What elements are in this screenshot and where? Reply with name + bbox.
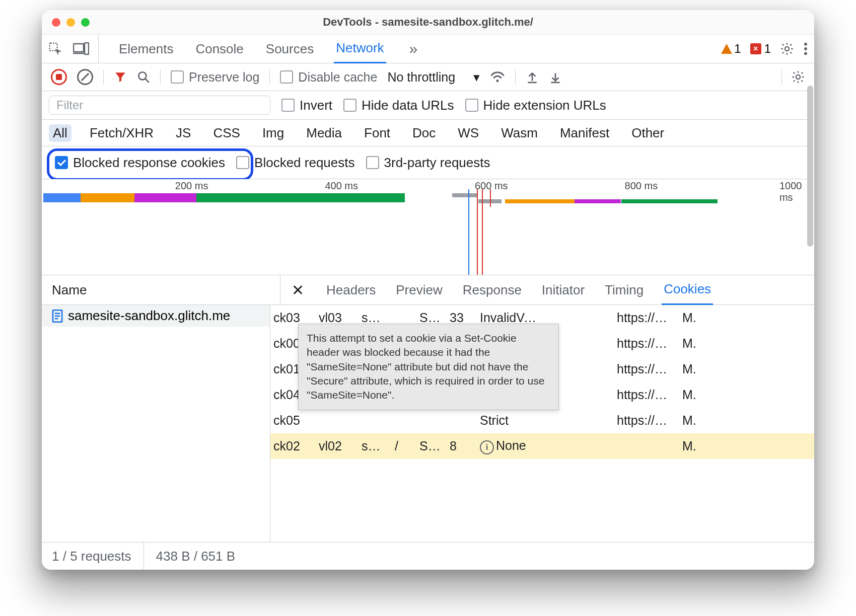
overview-marker <box>477 189 478 275</box>
type-pill[interactable]: Doc <box>408 124 440 142</box>
disable-cache-checkbox[interactable]: Disable cache <box>280 70 377 85</box>
cookie-cell: M. <box>679 336 705 351</box>
warnings-badge[interactable]: 1 <box>721 42 741 56</box>
overview-marker <box>468 189 469 275</box>
detail-tab-headers[interactable]: Headers <box>324 276 378 304</box>
cookie-cell: M. <box>679 413 705 428</box>
tick-label: 200 ms <box>175 180 208 192</box>
hide-data-urls-label: Hide data URLs <box>362 98 454 113</box>
type-pill[interactable]: All <box>49 124 72 142</box>
filter-funnel-icon[interactable] <box>114 70 127 84</box>
network-conditions-icon[interactable] <box>490 70 505 84</box>
name-column-header[interactable]: Name <box>42 275 280 304</box>
kebab-menu-icon[interactable] <box>803 42 808 56</box>
clear-button[interactable] <box>77 69 93 85</box>
overview-marker <box>482 189 483 275</box>
tab-network[interactable]: Network <box>334 34 386 63</box>
request-row[interactable]: samesite-sandbox.glitch.me <box>42 305 270 327</box>
overview-bar <box>81 193 134 202</box>
overview-bar <box>43 193 81 202</box>
scrollbar[interactable] <box>807 86 813 247</box>
type-pill[interactable]: JS <box>172 124 195 142</box>
blocked-response-cookies-checkbox[interactable]: Blocked response cookies <box>49 155 225 171</box>
type-pill[interactable]: Img <box>258 124 288 142</box>
blocked-requests-checkbox[interactable]: Blocked requests <box>236 155 354 171</box>
more-tabs-icon[interactable]: » <box>404 40 418 57</box>
overview-bar <box>505 199 575 203</box>
type-pill[interactable]: Media <box>302 124 346 142</box>
separator <box>781 69 782 85</box>
info-icon[interactable]: i <box>480 440 494 454</box>
cookie-cell: M. <box>679 362 705 376</box>
window-title: DevTools - samesite-sandbox.glitch.me/ <box>42 16 814 29</box>
search-icon[interactable] <box>137 70 150 84</box>
upload-har-icon[interactable] <box>526 70 539 84</box>
svg-point-4 <box>785 47 789 51</box>
preserve-log-checkbox[interactable]: Preserve log <box>171 70 259 85</box>
hide-data-urls-checkbox[interactable]: Hide data URLs <box>343 98 454 113</box>
type-pill[interactable]: WS <box>454 124 483 142</box>
minimize-window-button[interactable] <box>66 18 75 27</box>
cookie-cell: vl03 <box>316 311 359 325</box>
cookie-cell: ck03 <box>270 311 316 325</box>
detail-tab-preview[interactable]: Preview <box>394 276 444 304</box>
cookie-row[interactable]: ck02vl02s…/S…8iNoneM. <box>270 433 814 459</box>
overview-timeline[interactable]: 200 ms 400 ms 600 ms 800 ms 1000 ms <box>42 179 814 275</box>
detail-tab-initiator[interactable]: Initiator <box>540 276 587 304</box>
tab-sources[interactable]: Sources <box>264 35 316 63</box>
separator <box>160 69 161 85</box>
cookie-cell: S… <box>416 439 447 453</box>
detail-header: Name ✕ Headers Preview Response Initiato… <box>42 275 814 305</box>
type-pill[interactable]: Other <box>627 124 668 142</box>
cookie-row[interactable]: ck05Stricthttps://…M. <box>270 408 814 433</box>
fullscreen-window-button[interactable] <box>81 18 90 27</box>
device-toolbar-icon[interactable] <box>73 42 89 55</box>
network-settings-gear-icon[interactable] <box>791 70 805 84</box>
hide-extension-urls-checkbox[interactable]: Hide extension URLs <box>465 98 606 113</box>
requests-summary: 1 / 5 requests <box>52 543 144 570</box>
cookie-cell: https://… <box>614 336 679 351</box>
throttling-select[interactable]: No throttling▾ <box>387 70 480 85</box>
tick-label: 600 ms <box>475 180 508 192</box>
separator <box>103 69 104 85</box>
titlebar: DevTools - samesite-sandbox.glitch.me/ <box>42 10 814 35</box>
third-party-requests-checkbox[interactable]: 3rd-party requests <box>366 155 490 171</box>
type-pill[interactable]: Font <box>360 124 394 142</box>
close-detail-icon[interactable]: ✕ <box>288 281 308 299</box>
svg-line-9 <box>145 79 149 83</box>
overview-bar <box>134 193 196 202</box>
close-window-button[interactable] <box>52 18 60 27</box>
inspect-icon[interactable] <box>48 41 63 56</box>
error-square-icon: × <box>750 43 761 54</box>
type-pill[interactable]: CSS <box>209 124 244 142</box>
tick-label: 1000 ms <box>779 180 803 203</box>
request-name-label: samesite-sandbox.glitch.me <box>68 308 230 324</box>
cookie-cell: https://… <box>614 311 679 325</box>
type-pill[interactable]: Manifest <box>556 124 613 142</box>
resource-type-filter: All Fetch/XHR JS CSS Img Media Font Doc … <box>42 120 814 146</box>
overview-bar <box>196 193 405 202</box>
detail-tab-response[interactable]: Response <box>461 276 524 304</box>
cookie-cell: s… <box>359 311 392 325</box>
tab-elements[interactable]: Elements <box>117 35 175 63</box>
separator <box>515 69 516 85</box>
cookie-cell: / <box>392 439 416 453</box>
detail-tab-cookies[interactable]: Cookies <box>662 275 713 305</box>
filter-bar: Invert Hide data URLs Hide extension URL… <box>42 91 814 120</box>
record-button[interactable] <box>51 69 67 85</box>
cookie-cell: https://… <box>614 413 679 428</box>
cookie-cell: ck02 <box>270 439 316 453</box>
type-pill[interactable]: Wasm <box>497 124 542 142</box>
svg-point-10 <box>496 80 499 82</box>
detail-tab-timing[interactable]: Timing <box>603 276 646 304</box>
errors-badge[interactable]: ×1 <box>750 42 771 56</box>
invert-checkbox[interactable]: Invert <box>281 98 332 113</box>
tab-console[interactable]: Console <box>193 35 245 63</box>
svg-point-5 <box>804 43 807 46</box>
settings-gear-icon[interactable] <box>780 42 794 56</box>
separator <box>269 69 270 85</box>
type-pill[interactable]: Fetch/XHR <box>86 124 158 142</box>
document-icon <box>52 310 63 323</box>
filter-input[interactable] <box>49 96 270 115</box>
download-har-icon[interactable] <box>549 70 562 84</box>
